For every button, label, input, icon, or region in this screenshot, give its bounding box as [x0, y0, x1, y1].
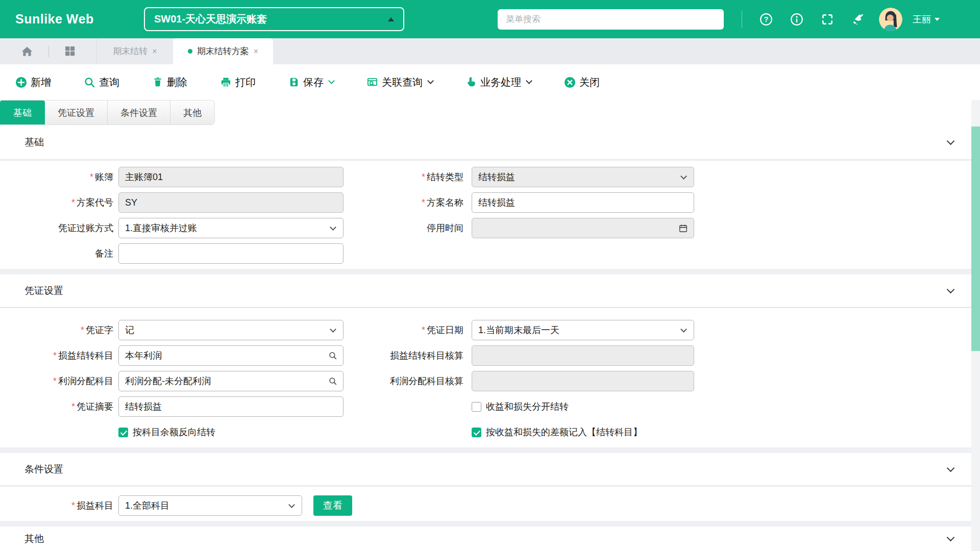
chevron-down-icon	[680, 326, 687, 333]
collapse-chevron-icon[interactable]	[947, 137, 955, 145]
user-name: 王丽	[913, 13, 931, 26]
tab-close-icon[interactable]: ×	[152, 47, 157, 56]
fullscreen-icon[interactable]	[821, 13, 834, 26]
x-circle-icon	[564, 77, 576, 88]
page-tab-label: 期末结转方案	[197, 45, 249, 57]
checkbox-diff-to-carry-account[interactable]: 按收益和损失的差额记入【结转科目】	[472, 426, 642, 438]
tabbar-divider	[48, 46, 49, 57]
checkbox-reverse-carry[interactable]: 按科目余额反向结转	[118, 426, 215, 438]
field-label: *损益结转科目	[0, 349, 118, 362]
section-body-voucher: *凭证字 *凭证日期 *损益结转科目 损益结转科目核算 *利润分配科目 利润分配…	[0, 308, 980, 442]
page-tab-label: 期末结转	[113, 45, 148, 57]
remark-field[interactable]	[118, 243, 344, 264]
section-title: 基础	[24, 136, 44, 149]
collapse-chevron-icon[interactable]	[947, 533, 955, 541]
clean-cache-icon[interactable]	[851, 13, 865, 26]
search-icon[interactable]	[328, 377, 337, 386]
vertical-scrollbar[interactable]	[971, 100, 980, 551]
page-tab-period-end-scheme[interactable]: 期末结转方案 ×	[173, 38, 273, 64]
checkbox-icon[interactable]	[118, 428, 128, 437]
linked-query-button[interactable]: 关联查询	[366, 76, 433, 89]
save-button[interactable]: 保存	[288, 76, 334, 89]
voucher-date-select[interactable]	[472, 320, 694, 340]
scheme-name-field[interactable]	[472, 192, 694, 213]
scrollbar-thumb[interactable]	[971, 127, 980, 351]
search-icon[interactable]	[328, 351, 337, 360]
help-icon[interactable]: ?	[760, 13, 773, 26]
profit-dist-aux-field	[472, 371, 694, 391]
window-magnifier-icon	[366, 77, 378, 88]
apps-grid-icon[interactable]	[64, 45, 77, 58]
checkbox-label: 按科目余额反向结转	[133, 426, 215, 438]
section-body-basic: *账簿 *结转类型 *方案代号 *方案名称 凭证过账方式 停用时间 备注	[0, 160, 980, 264]
checkbox-label: 收益和损失分开结转	[486, 400, 569, 413]
business-process-button[interactable]: 业务处理	[465, 76, 531, 89]
pl-subject-select[interactable]	[118, 495, 302, 516]
plus-circle-icon	[15, 77, 27, 88]
app-logo: Sunlike Web	[0, 12, 144, 27]
chevron-down-icon	[328, 78, 335, 84]
account-set-dropdown[interactable]: SW01-天心天思演示账套	[144, 7, 404, 31]
disable-time-field	[472, 218, 694, 238]
collapse-chevron-icon[interactable]	[947, 285, 955, 293]
menu-search-input[interactable]	[498, 9, 724, 30]
save-icon	[288, 77, 300, 88]
user-menu[interactable]: 王丽	[913, 13, 940, 26]
app-header: Sunlike Web SW01-天心天思演示账套 ?	[0, 0, 980, 38]
voucher-summary-field[interactable]	[118, 396, 344, 417]
header-divider	[742, 11, 742, 28]
checkbox-icon[interactable]	[472, 428, 481, 437]
active-tab-dot-icon	[188, 49, 192, 54]
svg-text:?: ?	[764, 15, 769, 23]
home-icon[interactable]	[20, 45, 34, 58]
pl-carry-account-lookup[interactable]	[118, 345, 344, 366]
tab-close-icon[interactable]: ×	[254, 47, 258, 56]
scheme-code-field	[118, 192, 344, 213]
section-title: 凭证设置	[24, 284, 63, 297]
info-icon[interactable]	[790, 13, 803, 26]
query-button[interactable]: 查询	[84, 76, 119, 89]
section-separator	[0, 521, 980, 527]
carry-type-select[interactable]	[472, 167, 694, 187]
user-avatar[interactable]	[879, 8, 902, 31]
add-button[interactable]: 新增	[15, 76, 51, 89]
pl-carry-aux-field	[472, 345, 694, 366]
view-button[interactable]: 查看	[313, 495, 352, 516]
profit-dist-account-lookup[interactable]	[118, 371, 344, 391]
section-tab-strip: 基础 凭证设置 条件设置 其他	[0, 100, 215, 125]
checkbox-icon[interactable]	[472, 402, 481, 412]
section-header-basic: 基础	[0, 125, 980, 160]
field-label: 利润分配科目核算	[344, 375, 472, 387]
field-label: *凭证日期	[344, 324, 472, 336]
voucher-word-select[interactable]	[118, 320, 344, 340]
section-header-condition: 条件设置	[0, 453, 980, 486]
hand-pointer-icon	[465, 77, 477, 88]
tab-condition-settings[interactable]: 条件设置	[108, 101, 170, 124]
chevron-down-icon	[427, 78, 434, 84]
field-label: *结转类型	[344, 171, 472, 183]
page-tab-period-end[interactable]: 期末结转 ×	[96, 38, 173, 64]
chevron-down-icon	[526, 78, 532, 84]
collapse-chevron-icon[interactable]	[947, 464, 955, 472]
field-label: 备注	[0, 247, 118, 260]
tab-other[interactable]: 其他	[170, 101, 214, 124]
section-separator	[0, 269, 980, 274]
chevron-down-icon	[330, 326, 336, 333]
field-label: *凭证字	[0, 324, 118, 336]
print-button[interactable]: 打印	[220, 76, 256, 89]
tab-voucher-settings[interactable]: 凭证设置	[45, 101, 108, 124]
trash-icon	[152, 77, 163, 88]
magnifier-icon	[84, 77, 95, 88]
calendar-icon	[678, 223, 688, 233]
tab-basic[interactable]: 基础	[0, 101, 45, 124]
section-title: 条件设置	[24, 463, 63, 476]
field-label: 停用时间	[344, 222, 472, 234]
field-label: *凭证摘要	[0, 400, 118, 413]
close-button[interactable]: 关闭	[564, 76, 600, 89]
delete-button[interactable]: 删除	[152, 76, 187, 89]
posting-method-select[interactable]	[118, 218, 344, 238]
section-separator	[0, 447, 980, 453]
checkbox-separate-gain-loss[interactable]: 收益和损失分开结转	[472, 400, 569, 413]
chevron-down-icon	[288, 502, 295, 508]
chevron-down-icon	[680, 173, 687, 180]
